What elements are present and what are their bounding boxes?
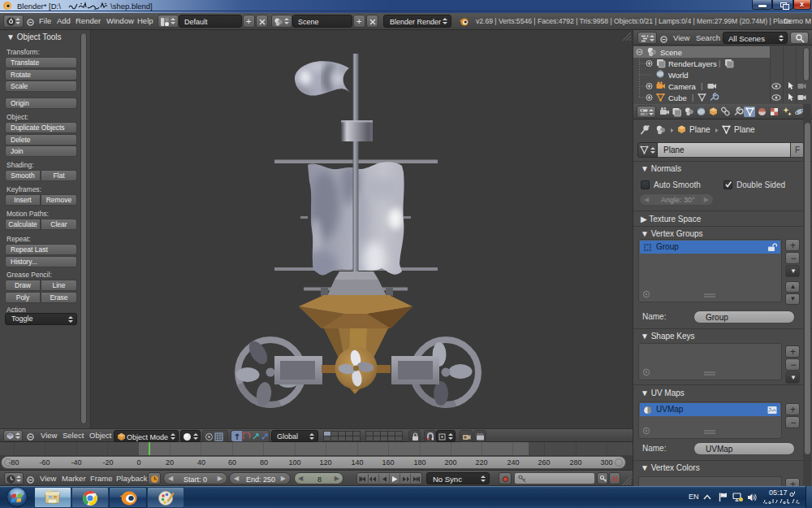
svg-text:100: 100 [288, 458, 300, 467]
svg-text:260: 260 [538, 458, 550, 467]
svg-text:0: 0 [136, 458, 140, 467]
svg-text:World: World [668, 71, 689, 80]
svg-text:300: 300 [600, 458, 612, 467]
svg-text:Camera: Camera [668, 82, 697, 91]
svg-text:280: 280 [569, 458, 581, 467]
svg-text:200: 200 [444, 458, 456, 467]
svg-text:|: | [719, 59, 720, 67]
svg-text:-40: -40 [71, 458, 81, 467]
svg-text:180: 180 [413, 458, 425, 467]
svg-text:160: 160 [382, 458, 394, 467]
svg-text:80: 80 [260, 458, 268, 467]
svg-text:Plane: Plane [689, 125, 710, 134]
svg-text:-20: -20 [102, 458, 113, 467]
svg-text:|: | [701, 82, 702, 90]
svg-text:Scene: Scene [660, 48, 682, 57]
svg-text:20: 20 [166, 458, 174, 467]
svg-text:|: | [692, 93, 693, 102]
svg-text:40: 40 [197, 458, 205, 467]
svg-text:-60: -60 [39, 458, 50, 467]
svg-text:-80: -80 [8, 458, 19, 467]
svg-text:240: 240 [507, 458, 519, 467]
svg-text:Plane: Plane [734, 125, 755, 134]
svg-text:60: 60 [228, 458, 236, 467]
svg-text:RenderLayers: RenderLayers [668, 59, 717, 68]
svg-text:220: 220 [475, 458, 487, 467]
svg-text:140: 140 [351, 458, 363, 467]
svg-text:120: 120 [319, 458, 331, 467]
svg-text:Cube: Cube [668, 93, 687, 102]
